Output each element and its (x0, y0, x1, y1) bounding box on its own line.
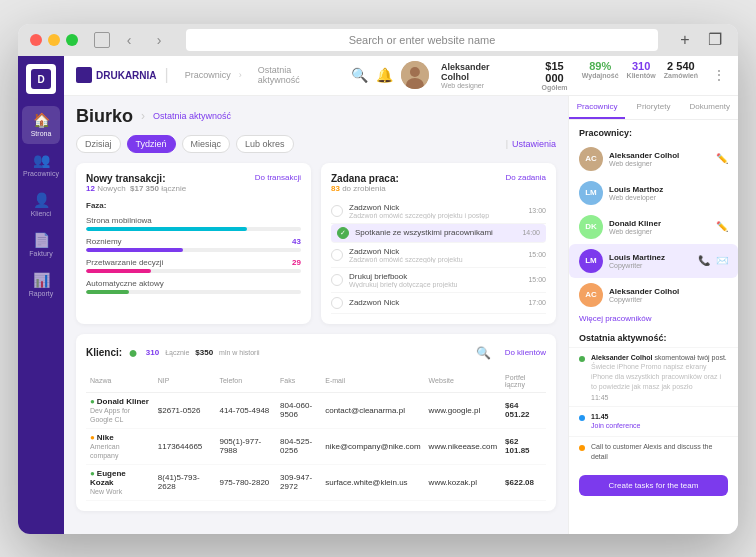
task-1-text: Zadzwoń Nick (349, 203, 522, 212)
employees-icon: 👥 (33, 152, 50, 168)
filter-okres[interactable]: Lub okres (236, 135, 294, 153)
page-breadcrumb[interactable]: Ostatnia aktywność (153, 111, 231, 121)
progress-section: Faza: Strona mobilniowa Rozniemy (86, 201, 301, 294)
employee-2-avatar: LM (579, 181, 603, 205)
activity-3-text: Call to customer Alexis and discuss the … (591, 442, 728, 462)
tasks-count: 83 (331, 184, 340, 193)
phase-1-label: Strona mobilniowa (86, 216, 152, 225)
clients-amount: $350 (195, 348, 213, 357)
create-tasks-button[interactable]: Create tasks for the team (579, 475, 728, 496)
minimize-button[interactable] (48, 34, 60, 46)
clients-link[interactable]: Do klientów (505, 348, 546, 357)
task-1-check[interactable] (331, 205, 343, 217)
traffic-lights (30, 34, 78, 46)
address-bar[interactable]: Search or enter website name (186, 29, 658, 51)
search-icon[interactable]: 🔍 (351, 67, 368, 83)
employee-3-avatar: DK (579, 215, 603, 239)
task-1: Zadzwoń Nick Zadzwoń omówić szczegóły pr… (331, 199, 546, 224)
employee-4-message-icon[interactable]: ✉️ (716, 255, 728, 266)
copy-button[interactable]: ❐ (704, 29, 726, 51)
employee-1-avatar: AC (579, 147, 603, 171)
task-3-text: Zadzwoń Nick (349, 247, 522, 256)
sidebar-label-faktury: Faktury (29, 250, 52, 257)
transactions-link[interactable]: Do transakcji (255, 173, 301, 182)
top-icons: 🔍 🔔 (351, 67, 393, 83)
activity-section-title: Ostatnia aktywność: (569, 325, 738, 347)
phase-4-label: Automatyczne aktowy (86, 279, 164, 288)
reports-icon: 📊 (33, 272, 50, 288)
phase-3: Przetwarzanie decyzji 29 (86, 258, 301, 273)
clients-search-icon[interactable]: 🔍 (476, 346, 491, 360)
join-conference-link[interactable]: Join conference (591, 421, 640, 431)
task-4-check[interactable] (331, 274, 343, 286)
add-tab-button[interactable]: + (674, 29, 696, 51)
tab-dokumenty[interactable]: Dokumenty (682, 96, 738, 119)
sidebar-item-klienci[interactable]: 👤 Klienci (22, 186, 60, 224)
transactions-title: Nowy transakcji: (86, 173, 186, 184)
filter-dzisiaj[interactable]: Dzisiaj (76, 135, 121, 153)
breadcrumb-pracownicy[interactable]: Pracownicy (185, 70, 231, 80)
task-3-check[interactable] (331, 249, 343, 261)
tasks-link[interactable]: Do zadania (506, 173, 546, 182)
transactions-card-header: Nowy transakcji: 12 Nowych $17 350 łączn… (86, 173, 301, 193)
sidebar-item-faktury[interactable]: 📄 Faktury (22, 226, 60, 264)
activity-2-text: 11.45 (591, 412, 640, 422)
employee-4-call-icon[interactable]: 📞 (698, 255, 710, 266)
employees-section-title: Pracownicy: (569, 120, 738, 142)
brand-name: DRUKARNIA (76, 67, 157, 83)
task-2-text: Spotkanie ze wszystkimi pracownikami (355, 228, 516, 237)
client-row-2[interactable]: ●NikeAmerican company 1173644665 905(1)-… (86, 428, 546, 464)
employee-5[interactable]: AC Aleksander Colhol Copywriter (569, 278, 738, 312)
sidebar-item-strona[interactable]: 🏠 Strona (22, 106, 60, 144)
task-2-check[interactable]: ✓ (337, 227, 349, 239)
tab-icon[interactable] (94, 32, 110, 48)
task-4: Drukuj briefbook Wydrukuj briefy dotyczą… (331, 268, 546, 293)
employee-4[interactable]: LM Louis Martinez Copywriter 📞 ✉️ (569, 244, 738, 278)
date-filters: Dzisiaj Tydzień Miesiąc Lub okres | Usta… (76, 135, 556, 153)
col-telefon: Telefon (215, 370, 276, 393)
task-4-time: 15:00 (528, 276, 546, 283)
filter-miesiac[interactable]: Miesiąc (182, 135, 231, 153)
date-range: | Ustawienia (506, 139, 556, 149)
employee-2[interactable]: LM Louis Marthoz Web developer (569, 176, 738, 210)
client-row-3[interactable]: ●Eugene KozakNew Work 8(41)5-793-2628 97… (86, 464, 546, 500)
right-panel: Pracownicy Priorytety Dokumenty Pracowni… (568, 96, 738, 534)
maximize-button[interactable] (66, 34, 78, 46)
filter-tydzien[interactable]: Tydzień (127, 135, 176, 153)
address-placeholder: Search or enter website name (349, 34, 496, 46)
task-2-time: 14:00 (522, 229, 540, 236)
more-employees-link[interactable]: Więcej pracowników (569, 312, 738, 325)
task-1-time: 13:00 (528, 207, 546, 214)
tab-priorytety[interactable]: Priorytety (625, 96, 681, 119)
settings-link[interactable]: Ustawienia (512, 139, 556, 149)
client-row-1[interactable]: ●Donald KlinerDev Apps for Google CL $26… (86, 392, 546, 428)
phase-label: Faza: (86, 201, 301, 210)
col-faks: Faks (276, 370, 321, 393)
employee-1-action-icon[interactable]: ✏️ (716, 153, 728, 164)
sidebar-label-pracownicy: Pracownicy (23, 170, 59, 177)
col-website: Website (425, 370, 501, 393)
employee-1[interactable]: AC Aleksander Colhol Web designer ✏️ (569, 142, 738, 176)
phase-4: Automatyczne aktowy (86, 279, 301, 294)
more-options-icon[interactable]: ⋮ (712, 67, 726, 83)
activity-2-dot (579, 415, 585, 421)
tasks-title: Zadana praca: (331, 173, 399, 184)
sidebar-item-raporty[interactable]: 📊 Raporty (22, 266, 60, 304)
clients-count: 310 (146, 348, 159, 357)
employee-3-action-icon[interactable]: ✏️ (716, 221, 728, 232)
notification-icon[interactable]: 🔔 (376, 67, 393, 83)
sidebar-item-pracownicy[interactable]: 👥 Pracownicy (22, 146, 60, 184)
employee-3[interactable]: DK Donald Kliner Web designer ✏️ (569, 210, 738, 244)
content-body: Biurko › Ostatnia aktywność Dzisiaj Tydz… (64, 96, 738, 534)
close-button[interactable] (30, 34, 42, 46)
clients-table: Nazwa NIP Telefon Faks E-mail Website Po… (86, 370, 546, 501)
task-5-check[interactable] (331, 297, 343, 309)
sidebar-label-klienci: Klienci (31, 210, 52, 217)
tab-pracownicy[interactable]: Pracownicy (569, 96, 625, 119)
clients-icon: 👤 (33, 192, 50, 208)
back-button[interactable]: ‹ (118, 29, 140, 51)
forward-button[interactable]: › (148, 29, 170, 51)
stat-revenue: $15 000 Ogółem (535, 60, 573, 91)
breadcrumb-aktywnosc[interactable]: Ostatnia aktywność (258, 65, 335, 85)
transactions-card: Nowy transakcji: 12 Nowych $17 350 łączn… (76, 163, 311, 324)
